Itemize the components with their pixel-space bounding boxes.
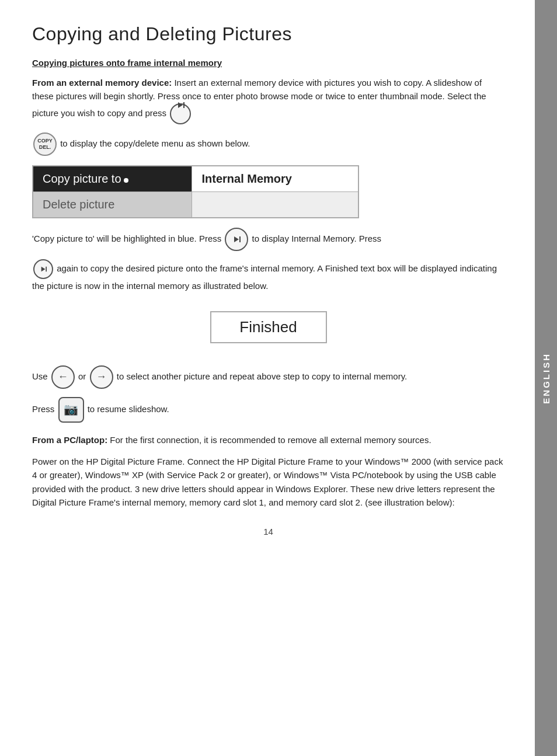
finished-label: Finished [239,318,297,336]
paragraph-1b: COPY DEL. to display the copy/delete men… [32,133,504,156]
del-label: DEL. [39,144,51,151]
menu-row-delete: Delete picture [33,191,358,218]
play-next-button-2[interactable] [225,228,248,251]
play-triangle-icon-2 [234,236,239,242]
paragraph-1: From an external memory device: Insert a… [32,76,504,124]
copy-delete-menu: Copy picture to Internal Memory Delete p… [32,165,359,218]
play-triangle-icon [178,102,183,108]
menu-delete-right [192,191,358,218]
section-heading: Copying pictures onto frame internal mem… [32,58,504,68]
paragraph-4-post: to resume slideshow. [88,404,169,414]
left-arrow-button[interactable]: ← [51,365,75,389]
paragraph-5-bold: From a PC/laptop: [32,435,107,445]
sidebar-label: ENGLISH [541,353,551,404]
next-bar-icon [183,102,184,108]
paragraph-3-pre: Use [32,371,48,381]
finished-container: Finished [32,301,504,354]
next-bar-icon-2 [239,236,241,242]
paragraph-2-text: 'Copy picture to' will be highlighted in… [32,233,221,243]
page-title: Copying and Deleting Pictures [32,23,504,45]
paragraph-2-text2: to display Internal Memory. Press [252,233,381,243]
finished-box: Finished [210,311,327,343]
paragraph-1-bold: From an external memory device: [32,78,172,88]
menu-dot-icon [124,178,128,183]
paragraph-4: Press 📷 to resume slideshow. [32,397,504,423]
paragraph-5: From a PC/laptop: For the first connecti… [32,433,504,447]
page-number: 14 [32,527,504,536]
menu-delete-label: Delete picture [33,191,192,218]
photo-slideshow-button[interactable]: 📷 [58,397,84,423]
paragraph-3-post: to select another picture and repeat abo… [117,371,408,381]
menu-row-copy: Copy picture to Internal Memory [33,166,358,192]
paragraph-2b: again to copy the desired picture onto t… [32,259,504,292]
menu-copy-label: Copy picture to [33,166,192,192]
paragraph-4-pre: Press [32,404,54,414]
paragraph-2: 'Copy picture to' will be highlighted in… [32,228,504,251]
paragraph-5-text: For the first connection, it is recommen… [107,435,431,445]
right-arrow-button[interactable]: → [90,365,113,389]
sidebar: ENGLISH [535,0,557,756]
paragraph-6: Power on the HP Digital Picture Frame. C… [32,455,504,509]
play-triangle-icon-3 [41,266,45,271]
paragraph-1-text2: to display the copy/delete menu as shown… [60,138,250,148]
copy-label: COPY [37,138,53,144]
paragraph-3: Use ← or → to select another picture and… [32,365,504,389]
copy-picture-to-text: Copy picture to [43,172,121,185]
next-bar-icon-3 [46,266,47,271]
paragraph-2-text3: again to copy the desired picture onto t… [32,263,497,290]
copy-del-button[interactable]: COPY DEL. [33,133,57,156]
play-next-button-3[interactable] [33,259,53,279]
menu-internal-memory-label: Internal Memory [192,166,358,192]
paragraph-3-or: or [78,371,86,381]
play-next-button-1[interactable] [170,103,191,124]
